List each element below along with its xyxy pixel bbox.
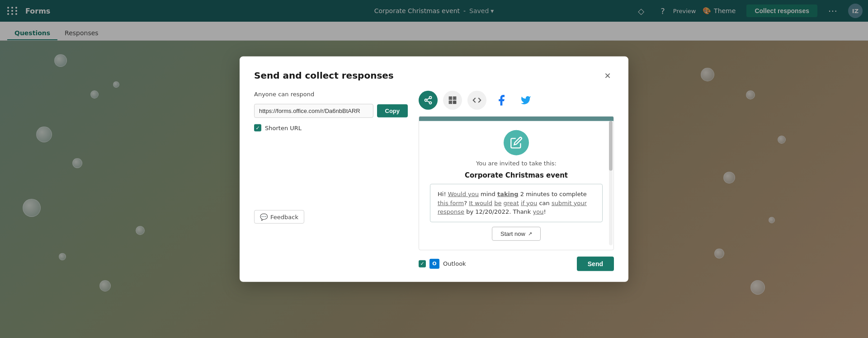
- preview-card: You are invited to take this: Corporate …: [419, 116, 614, 250]
- modal-body: Anyone can respond Copy ✓ Shorten URL 💬 …: [254, 91, 614, 271]
- svg-rect-12: [455, 101, 456, 102]
- shorten-url-checkbox[interactable]: ✓: [254, 124, 261, 131]
- preview-scrollbar[interactable]: [609, 121, 613, 245]
- shorten-url-label: Shorten URL: [265, 124, 302, 131]
- preview-card-body: You are invited to take this: Corporate …: [419, 121, 613, 250]
- svg-rect-11: [453, 101, 455, 102]
- svg-point-1: [425, 99, 427, 101]
- svg-rect-8: [450, 98, 451, 99]
- svg-line-4: [427, 98, 429, 99]
- modal-header: Send and collect responses ✕: [254, 69, 614, 82]
- outlook-checkbox[interactable]: ✓: [419, 260, 426, 267]
- outlook-icon: O: [429, 258, 439, 268]
- preview-scrollbar-thumb: [609, 121, 613, 171]
- svg-rect-14: [455, 103, 456, 104]
- form-url-input[interactable]: [254, 104, 373, 118]
- preview-message-box: Hi! Would you mind taking 2 minutes to c…: [430, 184, 603, 222]
- feedback-icon: 💬: [260, 213, 268, 221]
- url-row: Copy: [254, 104, 408, 118]
- outlook-label: Outlook: [443, 260, 466, 267]
- start-now-button[interactable]: Start now ↗: [492, 226, 541, 240]
- svg-rect-9: [454, 98, 455, 99]
- feedback-button[interactable]: 💬 Feedback: [254, 210, 304, 224]
- modal-title: Send and collect responses: [254, 70, 394, 81]
- svg-rect-10: [450, 102, 451, 103]
- preview-form-icon: [504, 130, 529, 155]
- anyone-label: Anyone can respond: [254, 91, 408, 98]
- modal-right-bottom: ✓ O Outlook Send: [419, 256, 614, 271]
- share-link-icon[interactable]: [419, 91, 438, 110]
- external-link-icon: ↗: [528, 230, 532, 236]
- send-collect-modal: Send and collect responses ✕ Anyone can …: [240, 56, 628, 282]
- copy-button[interactable]: Copy: [377, 104, 408, 117]
- modal-right-column: You are invited to take this: Corporate …: [419, 91, 614, 271]
- feedback-label: Feedback: [270, 213, 298, 220]
- close-icon[interactable]: ✕: [601, 69, 614, 82]
- svg-rect-13: [453, 103, 455, 104]
- preview-event-title: Corporate Christmas event: [465, 171, 568, 179]
- preview-invited-text: You are invited to take this:: [476, 160, 557, 167]
- share-qr-icon[interactable]: [443, 91, 462, 110]
- shorten-url-row: ✓ Shorten URL: [254, 124, 408, 131]
- share-icons-row: [419, 91, 614, 110]
- outlook-row: ✓ O Outlook: [419, 258, 466, 268]
- share-embed-icon[interactable]: [467, 91, 486, 110]
- svg-point-2: [429, 102, 432, 104]
- share-twitter-icon[interactable]: [516, 91, 535, 110]
- preview-card-top-bar: [419, 117, 613, 121]
- modal-left-column: Anyone can respond Copy ✓ Shorten URL 💬 …: [254, 91, 408, 271]
- send-button[interactable]: Send: [577, 256, 614, 271]
- svg-line-3: [427, 101, 429, 102]
- share-facebook-icon[interactable]: [492, 91, 511, 110]
- svg-point-0: [429, 96, 432, 99]
